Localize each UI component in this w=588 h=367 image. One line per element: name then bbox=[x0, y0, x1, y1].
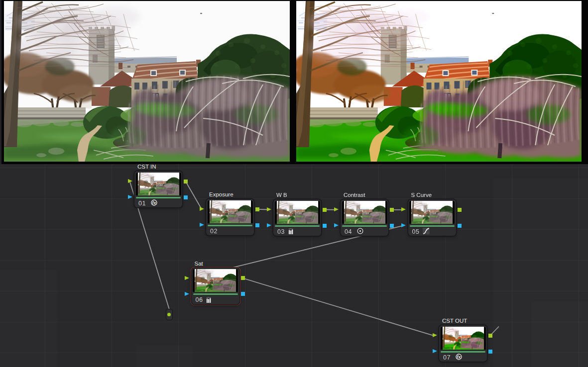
svg-text:fx: fx bbox=[152, 200, 157, 205]
svg-text:fx: fx bbox=[457, 355, 462, 360]
